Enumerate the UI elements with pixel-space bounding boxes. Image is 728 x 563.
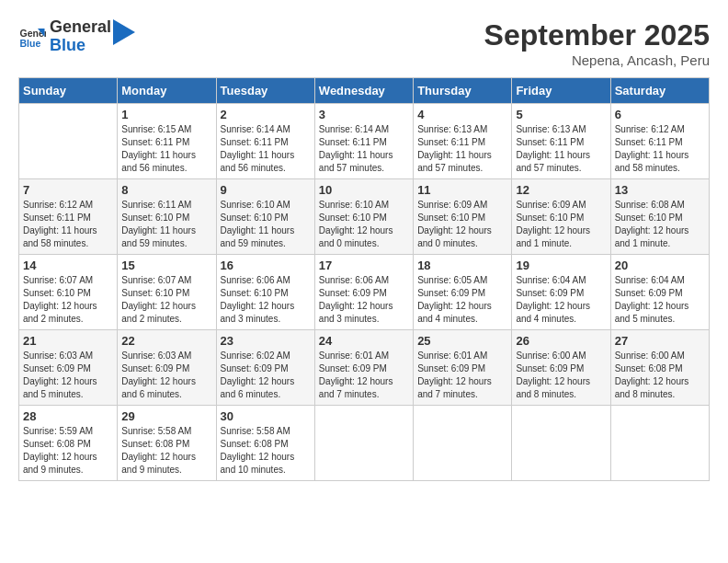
svg-marker-3	[113, 19, 135, 45]
calendar-cell: 17Sunrise: 6:06 AM Sunset: 6:09 PM Dayli…	[314, 255, 413, 330]
location-subtitle: Nepena, Ancash, Peru	[484, 52, 710, 68]
header-friday: Friday	[512, 78, 610, 104]
week-row-1: 1Sunrise: 6:15 AM Sunset: 6:11 PM Daylig…	[19, 104, 710, 179]
day-info: Sunrise: 6:10 AM Sunset: 6:10 PM Dayligh…	[319, 199, 409, 250]
calendar-cell: 20Sunrise: 6:04 AM Sunset: 6:09 PM Dayli…	[610, 255, 709, 330]
day-number: 16	[221, 259, 311, 272]
calendar-cell: 13Sunrise: 6:08 AM Sunset: 6:10 PM Dayli…	[610, 179, 709, 255]
day-number: 6	[615, 108, 705, 121]
header-row: SundayMondayTuesdayWednesdayThursdayFrid…	[19, 78, 710, 104]
calendar-cell: 8Sunrise: 6:11 AM Sunset: 6:10 PM Daylig…	[118, 179, 216, 255]
day-number: 26	[516, 334, 606, 348]
calendar-cell: 29Sunrise: 5:58 AM Sunset: 6:08 PM Dayli…	[118, 406, 216, 481]
title-block: September 2025 Nepena, Ancash, Peru	[484, 18, 710, 68]
day-number: 28	[23, 409, 113, 423]
day-info: Sunrise: 6:03 AM Sunset: 6:09 PM Dayligh…	[23, 350, 113, 401]
day-number: 1	[121, 108, 211, 121]
calendar-cell: 7Sunrise: 6:12 AM Sunset: 6:11 PM Daylig…	[19, 179, 118, 255]
header-monday: Monday	[118, 78, 216, 104]
calendar-cell: 3Sunrise: 6:14 AM Sunset: 6:11 PM Daylig…	[314, 104, 413, 179]
day-info: Sunrise: 6:13 AM Sunset: 6:11 PM Dayligh…	[516, 123, 606, 175]
calendar-cell: 9Sunrise: 6:10 AM Sunset: 6:10 PM Daylig…	[216, 179, 314, 255]
day-info: Sunrise: 6:00 AM Sunset: 6:09 PM Dayligh…	[516, 350, 606, 401]
calendar-cell: 15Sunrise: 6:07 AM Sunset: 6:10 PM Dayli…	[118, 255, 216, 330]
day-info: Sunrise: 6:08 AM Sunset: 6:10 PM Dayligh…	[615, 199, 705, 250]
calendar-cell	[414, 406, 512, 481]
day-number: 25	[417, 334, 507, 348]
calendar-cell: 22Sunrise: 6:03 AM Sunset: 6:09 PM Dayli…	[118, 330, 216, 406]
day-info: Sunrise: 6:01 AM Sunset: 6:09 PM Dayligh…	[417, 350, 507, 401]
day-number: 15	[121, 259, 211, 272]
header-sunday: Sunday	[19, 78, 118, 104]
logo: General Blue General Blue	[18, 18, 135, 55]
day-number: 30	[221, 409, 311, 423]
day-info: Sunrise: 6:07 AM Sunset: 6:10 PM Dayligh…	[121, 274, 211, 326]
day-info: Sunrise: 6:10 AM Sunset: 6:10 PM Dayligh…	[221, 199, 311, 250]
day-number: 14	[23, 259, 113, 272]
calendar-cell: 10Sunrise: 6:10 AM Sunset: 6:10 PM Dayli…	[314, 179, 413, 255]
day-number: 19	[516, 259, 606, 272]
calendar-cell: 19Sunrise: 6:04 AM Sunset: 6:09 PM Dayli…	[512, 255, 610, 330]
calendar-cell: 24Sunrise: 6:01 AM Sunset: 6:09 PM Dayli…	[314, 330, 413, 406]
day-info: Sunrise: 6:12 AM Sunset: 6:11 PM Dayligh…	[23, 199, 113, 250]
day-info: Sunrise: 6:00 AM Sunset: 6:08 PM Dayligh…	[615, 350, 705, 401]
day-info: Sunrise: 6:03 AM Sunset: 6:09 PM Dayligh…	[121, 350, 211, 401]
day-number: 10	[319, 183, 409, 197]
day-number: 17	[319, 259, 409, 272]
day-number: 21	[23, 334, 113, 348]
calendar-cell: 1Sunrise: 6:15 AM Sunset: 6:11 PM Daylig…	[118, 104, 216, 179]
day-info: Sunrise: 6:06 AM Sunset: 6:09 PM Dayligh…	[319, 274, 409, 326]
day-info: Sunrise: 6:06 AM Sunset: 6:10 PM Dayligh…	[221, 274, 311, 326]
day-number: 27	[615, 334, 705, 348]
svg-text:Blue: Blue	[20, 37, 41, 48]
calendar-cell: 14Sunrise: 6:07 AM Sunset: 6:10 PM Dayli…	[19, 255, 118, 330]
day-info: Sunrise: 6:04 AM Sunset: 6:09 PM Dayligh…	[516, 274, 606, 326]
day-info: Sunrise: 6:09 AM Sunset: 6:10 PM Dayligh…	[516, 199, 606, 250]
day-number: 5	[516, 108, 606, 121]
day-number: 29	[121, 409, 211, 423]
header-wednesday: Wednesday	[314, 78, 413, 104]
calendar-cell: 28Sunrise: 5:59 AM Sunset: 6:08 PM Dayli…	[19, 406, 118, 481]
calendar-cell: 4Sunrise: 6:13 AM Sunset: 6:11 PM Daylig…	[414, 104, 512, 179]
calendar-cell: 21Sunrise: 6:03 AM Sunset: 6:09 PM Dayli…	[19, 330, 118, 406]
calendar-cell: 27Sunrise: 6:00 AM Sunset: 6:08 PM Dayli…	[610, 330, 709, 406]
header-thursday: Thursday	[414, 78, 512, 104]
calendar-cell: 12Sunrise: 6:09 AM Sunset: 6:10 PM Dayli…	[512, 179, 610, 255]
day-number: 11	[417, 183, 507, 197]
day-info: Sunrise: 6:15 AM Sunset: 6:11 PM Dayligh…	[121, 123, 211, 175]
day-number: 8	[121, 183, 211, 197]
week-row-5: 28Sunrise: 5:59 AM Sunset: 6:08 PM Dayli…	[19, 406, 710, 481]
day-number: 18	[417, 259, 507, 272]
day-number: 24	[319, 334, 409, 348]
day-info: Sunrise: 5:58 AM Sunset: 6:08 PM Dayligh…	[121, 425, 211, 477]
header-saturday: Saturday	[610, 78, 709, 104]
logo-general: General	[50, 18, 111, 37]
day-info: Sunrise: 6:14 AM Sunset: 6:11 PM Dayligh…	[221, 123, 311, 175]
day-number: 3	[319, 108, 409, 121]
calendar-cell: 26Sunrise: 6:00 AM Sunset: 6:09 PM Dayli…	[512, 330, 610, 406]
header-tuesday: Tuesday	[216, 78, 314, 104]
calendar-cell: 6Sunrise: 6:12 AM Sunset: 6:11 PM Daylig…	[610, 104, 709, 179]
day-info: Sunrise: 6:11 AM Sunset: 6:10 PM Dayligh…	[121, 199, 211, 250]
logo-arrow-icon	[113, 19, 135, 45]
week-row-2: 7Sunrise: 6:12 AM Sunset: 6:11 PM Daylig…	[19, 179, 710, 255]
day-number: 7	[23, 183, 113, 197]
day-number: 22	[121, 334, 211, 348]
day-number: 23	[221, 334, 311, 348]
day-info: Sunrise: 6:14 AM Sunset: 6:11 PM Dayligh…	[319, 123, 409, 175]
day-number: 13	[615, 183, 705, 197]
day-number: 2	[221, 108, 311, 121]
day-number: 9	[221, 183, 311, 197]
day-number: 4	[417, 108, 507, 121]
day-info: Sunrise: 6:05 AM Sunset: 6:09 PM Dayligh…	[417, 274, 507, 326]
calendar-table: SundayMondayTuesdayWednesdayThursdayFrid…	[18, 77, 710, 481]
calendar-cell	[19, 104, 118, 179]
calendar-cell: 16Sunrise: 6:06 AM Sunset: 6:10 PM Dayli…	[216, 255, 314, 330]
calendar-cell	[610, 406, 709, 481]
week-row-3: 14Sunrise: 6:07 AM Sunset: 6:10 PM Dayli…	[19, 255, 710, 330]
week-row-4: 21Sunrise: 6:03 AM Sunset: 6:09 PM Dayli…	[19, 330, 710, 406]
calendar-cell: 11Sunrise: 6:09 AM Sunset: 6:10 PM Dayli…	[414, 179, 512, 255]
day-info: Sunrise: 6:02 AM Sunset: 6:09 PM Dayligh…	[221, 350, 311, 401]
page-header: General Blue General Blue September 2025…	[18, 18, 710, 68]
day-info: Sunrise: 6:01 AM Sunset: 6:09 PM Dayligh…	[319, 350, 409, 401]
